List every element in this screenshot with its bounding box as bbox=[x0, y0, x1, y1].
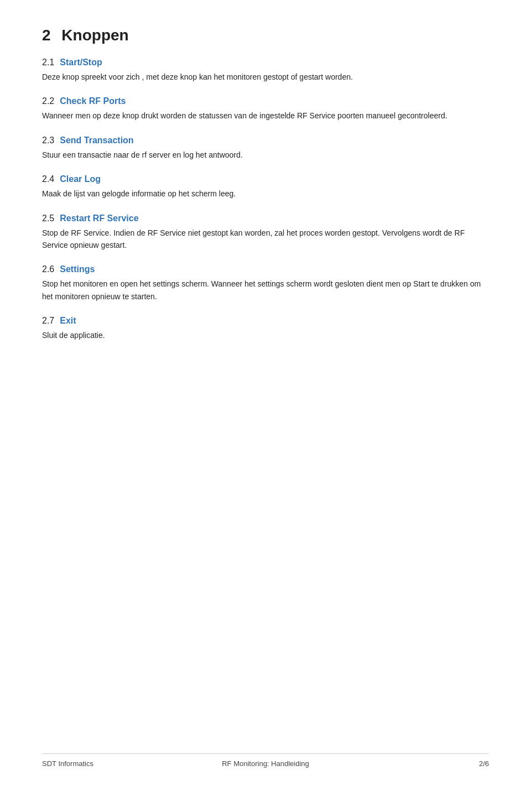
page-wrapper: 2 Knoppen 2.1Start/StopDeze knop spreekt… bbox=[0, 0, 531, 812]
section-heading-2-3: 2.3Send Transaction bbox=[42, 136, 489, 145]
chapter-title: 2 Knoppen bbox=[42, 27, 489, 44]
section-2-7: 2.7ExitSluit de applicatie. bbox=[42, 316, 489, 341]
footer-right: 2/6 bbox=[340, 759, 489, 768]
footer-left: SDT Informatics bbox=[42, 759, 191, 768]
footer-center: RF Monitoring: Handleiding bbox=[191, 759, 340, 768]
section-title: Clear Log bbox=[60, 174, 101, 184]
section-2-3: 2.3Send TransactionStuur een transactie … bbox=[42, 136, 489, 161]
section-2-5: 2.5Restart RF ServiceStop de RF Service.… bbox=[42, 214, 489, 252]
page-content: 2 Knoppen 2.1Start/StopDeze knop spreekt… bbox=[42, 27, 489, 731]
chapter-num: 2 bbox=[42, 27, 51, 44]
section-body: Deze knop spreekt voor zich , met deze k… bbox=[42, 71, 489, 83]
page-footer: SDT Informatics RF Monitoring: Handleidi… bbox=[42, 753, 489, 768]
section-2-2: 2.2Check RF PortsWanneer men op deze kno… bbox=[42, 96, 489, 122]
section-body: Stop het monitoren en open het settings … bbox=[42, 278, 489, 303]
section-heading-2-4: 2.4Clear Log bbox=[42, 174, 489, 184]
section-heading-2-1: 2.1Start/Stop bbox=[42, 58, 489, 67]
section-2-6: 2.6SettingsStop het monitoren en open he… bbox=[42, 264, 489, 303]
section-body: Sluit de applicatie. bbox=[42, 329, 489, 341]
section-num: 2.1 bbox=[42, 58, 54, 67]
section-heading-2-2: 2.2Check RF Ports bbox=[42, 96, 489, 106]
section-title: Settings bbox=[60, 264, 95, 274]
section-2-1: 2.1Start/StopDeze knop spreekt voor zich… bbox=[42, 58, 489, 83]
section-title: Send Transaction bbox=[60, 136, 133, 145]
section-body: Stop de RF Service. Indien de RF Service… bbox=[42, 227, 489, 252]
section-title: Restart RF Service bbox=[60, 214, 138, 223]
section-num: 2.4 bbox=[42, 174, 54, 184]
section-num: 2.2 bbox=[42, 96, 54, 106]
section-body: Stuur een transactie naar de rf server e… bbox=[42, 149, 489, 161]
section-heading-2-6: 2.6Settings bbox=[42, 264, 489, 274]
section-num: 2.5 bbox=[42, 214, 54, 223]
chapter-title-text: Knoppen bbox=[61, 27, 128, 44]
section-2-4: 2.4Clear LogMaak de lijst van gelogde in… bbox=[42, 174, 489, 200]
section-body: Wanneer men op deze knop drukt worden de… bbox=[42, 110, 489, 122]
section-title: Exit bbox=[60, 316, 76, 326]
section-num: 2.7 bbox=[42, 316, 54, 326]
section-num: 2.6 bbox=[42, 264, 54, 274]
section-heading-2-7: 2.7Exit bbox=[42, 316, 489, 326]
section-title: Check RF Ports bbox=[60, 96, 126, 106]
section-num: 2.3 bbox=[42, 136, 54, 145]
section-body: Maak de lijst van gelogde informatie op … bbox=[42, 188, 489, 200]
section-title: Start/Stop bbox=[60, 58, 102, 67]
section-heading-2-5: 2.5Restart RF Service bbox=[42, 214, 489, 223]
sections-container: 2.1Start/StopDeze knop spreekt voor zich… bbox=[42, 58, 489, 342]
